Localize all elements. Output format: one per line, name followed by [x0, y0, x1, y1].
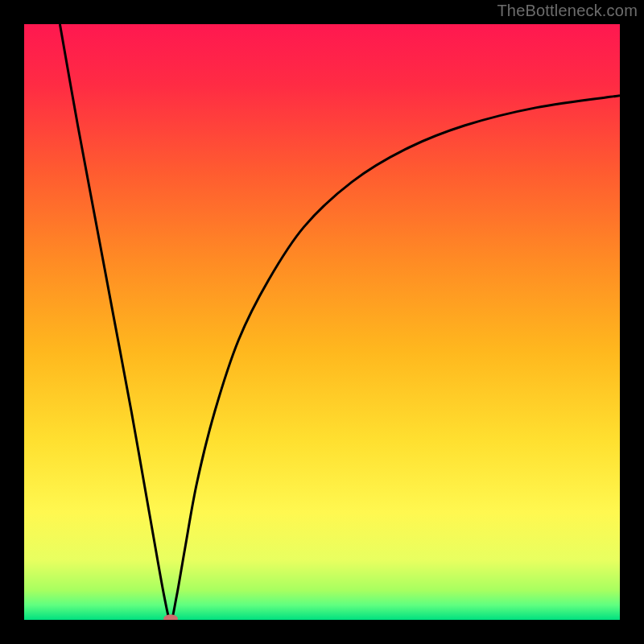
chart-frame: TheBottleneck.com — [0, 0, 644, 644]
plot-svg — [24, 24, 620, 620]
plot-area — [24, 24, 620, 620]
watermark-text: TheBottleneck.com — [497, 2, 638, 20]
